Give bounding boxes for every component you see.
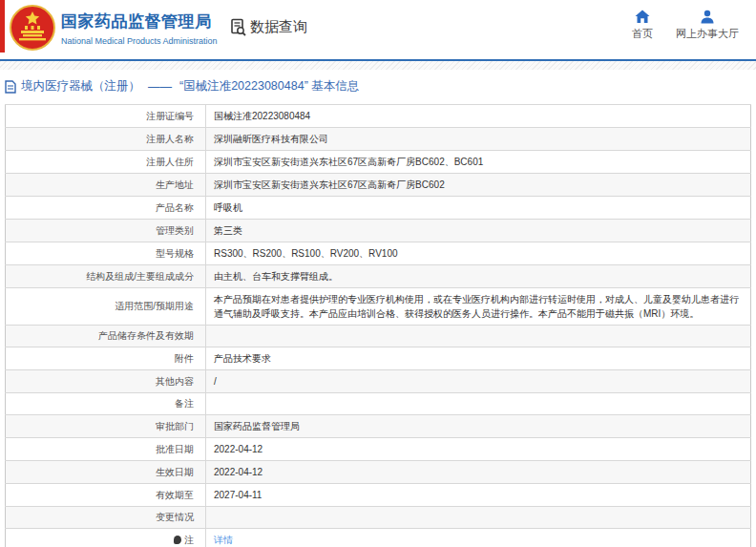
detail-link[interactable]: 详情: [214, 535, 233, 545]
row-value: [206, 326, 751, 347]
row-value: 本产品预期在对患者提供护理的专业医疗机构使用，或在专业医疗机构内部进行转运时使用…: [206, 288, 751, 326]
table-row: 注册人住所深圳市宝安区新安街道兴东社区67区高新奇厂房BC602、BC601: [6, 151, 751, 174]
row-label: 注: [6, 529, 206, 547]
table-row: 注详情: [6, 529, 751, 547]
row-value: 2027-04-11: [206, 484, 751, 507]
breadcrumb-separator: ——: [148, 80, 172, 94]
registration-info-table: 注册证编号国械注准20223080484注册人名称深圳融昕医疗科技有限公司注册人…: [5, 104, 751, 547]
row-label: 注册人住所: [6, 151, 206, 174]
row-label: 型号规格: [6, 242, 206, 265]
note-bulb-icon: [174, 536, 181, 544]
row-value: 由主机、台车和支撑臂组成。: [206, 265, 751, 288]
table-row: 产品储存条件及有效期: [6, 326, 751, 347]
row-value: [206, 507, 751, 529]
row-value: [206, 393, 751, 415]
row-label: 备注: [6, 393, 206, 415]
row-label: 适用范围/预期用途: [6, 288, 206, 326]
row-value: 国械注准20223080484: [206, 105, 751, 128]
breadcrumb-detail: “国械注准20223080484” 基本信息: [179, 78, 359, 95]
breadcrumb: 境内医疗器械（注册） —— “国械注准20223080484” 基本信息: [0, 70, 756, 102]
table-row: 型号规格RS300、RS200、RS100、RV200、RV100: [6, 242, 751, 265]
decor-stripe-band: [0, 61, 756, 70]
org-title-block: 国家药品监督管理局 National Medical Products Admi…: [61, 11, 218, 46]
row-label: 有效期至: [6, 484, 206, 507]
table-row: 产品名称呼吸机: [6, 197, 751, 220]
nav-home[interactable]: 首页: [632, 10, 653, 41]
row-value: RS300、RS200、RS100、RV200、RV100: [206, 242, 751, 265]
registration-info-section: 注册证编号国械注准20223080484注册人名称深圳融昕医疗科技有限公司注册人…: [5, 104, 751, 547]
table-row: 变更情况: [6, 507, 751, 529]
table-row: 有效期至2027-04-11: [6, 484, 751, 507]
row-value: 深圳市宝安区新安街道兴东社区67区高新奇厂房BC602: [206, 174, 751, 197]
data-query-tab[interactable]: 数据查询: [229, 18, 307, 36]
nav-home-label: 首页: [632, 27, 653, 41]
user-icon: [700, 10, 715, 24]
row-value: 深圳市宝安区新安街道兴东社区67区高新奇厂房BC602、BC601: [206, 151, 751, 174]
table-row: 附件产品技术要求: [6, 347, 751, 370]
row-label: 管理类别: [6, 220, 206, 242]
data-query-icon: [229, 18, 247, 36]
document-icon: [5, 80, 16, 94]
row-value: 第三类: [206, 220, 751, 242]
national-emblem-icon: [10, 5, 55, 51]
table-row: 备注: [6, 393, 751, 415]
row-label: 产品名称: [6, 197, 206, 220]
national-emblem-logo: [10, 5, 55, 51]
top-nav: 首页 网上办事大厅: [632, 10, 739, 41]
row-label: 产品储存条件及有效期: [6, 326, 206, 347]
row-label: 批准日期: [6, 438, 206, 461]
row-label: 生产地址: [6, 174, 206, 197]
row-label: 生效日期: [6, 461, 206, 484]
row-value: /: [206, 370, 751, 393]
table-row: 生产地址深圳市宝安区新安街道兴东社区67区高新奇厂房BC602: [6, 174, 751, 197]
row-value: 详情: [206, 529, 751, 547]
table-row: 适用范围/预期用途本产品预期在对患者提供护理的专业医疗机构使用，或在专业医疗机构…: [6, 288, 751, 326]
row-label: 审批部门: [6, 415, 206, 438]
table-row: 审批部门国家药品监督管理局: [6, 415, 751, 438]
breadcrumb-category: 境内医疗器械（注册）: [21, 78, 140, 95]
table-row: 批准日期2022-04-12: [6, 438, 751, 461]
row-value: 呼吸机: [206, 197, 751, 220]
org-name-cn: 国家药品监督管理局: [61, 11, 218, 32]
org-name-en: National Medical Products Administration: [61, 36, 218, 46]
table-row: 结构及组成/主要组成成分由主机、台车和支撑臂组成。: [6, 265, 751, 288]
data-query-label: 数据查询: [250, 18, 307, 36]
table-row: 注册证编号国械注准20223080484: [6, 105, 751, 128]
row-label: 结构及组成/主要组成成分: [6, 265, 206, 288]
row-value: 2022-04-12: [206, 461, 751, 484]
nav-online-hall[interactable]: 网上办事大厅: [676, 10, 739, 41]
row-label: 变更情况: [6, 507, 206, 529]
row-value: 国家药品监督管理局: [206, 415, 751, 438]
nav-online-hall-label: 网上办事大厅: [676, 27, 739, 41]
row-value: 2022-04-12: [206, 438, 751, 461]
header-red-accent-bar: [0, 0, 5, 53]
info-table-body: 注册证编号国械注准20223080484注册人名称深圳融昕医疗科技有限公司注册人…: [6, 105, 751, 547]
table-row: 生效日期2022-04-12: [6, 461, 751, 484]
home-icon: [635, 10, 650, 24]
table-row: 管理类别第三类: [6, 220, 751, 242]
row-value: 深圳融昕医疗科技有限公司: [206, 128, 751, 151]
row-value: 产品技术要求: [206, 347, 751, 370]
row-label: 注册证编号: [6, 105, 206, 128]
table-row: 其他内容/: [6, 370, 751, 393]
row-label: 附件: [6, 347, 206, 370]
row-label: 注册人名称: [6, 128, 206, 151]
row-label: 其他内容: [6, 370, 206, 393]
header: 国家药品监督管理局 National Medical Products Admi…: [0, 0, 756, 59]
table-row: 注册人名称深圳融昕医疗科技有限公司: [6, 128, 751, 151]
